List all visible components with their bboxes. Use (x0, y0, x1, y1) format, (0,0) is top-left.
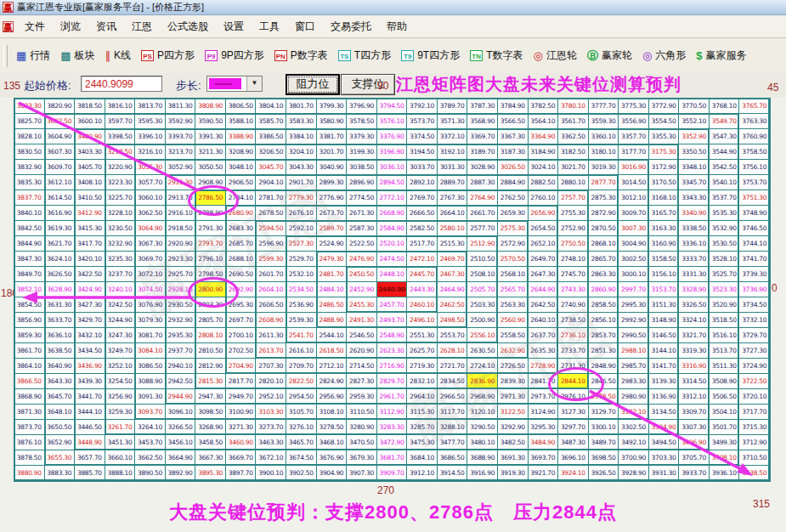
menu-item-浏览[interactable]: 浏览 (53, 17, 88, 37)
grid-cell: 3012.10 (619, 190, 648, 205)
grid-cell: 3434.50 (75, 343, 105, 358)
menu-item-交易委托[interactable]: 交易委托 (323, 17, 379, 37)
grid-cell: 2858.50 (589, 297, 619, 312)
grid-cell: 3592.90 (166, 114, 195, 128)
toolbar-button-六角形[interactable]: ◎六角形 (637, 46, 691, 65)
grid-cell: 3784.90 (498, 99, 528, 113)
grid-cell: 3276.10 (286, 420, 316, 434)
grid-cell: 3830.50 (14, 144, 44, 159)
grid-cell: 2568.10 (498, 267, 528, 281)
menu-item-公式选股[interactable]: 公式选股 (160, 17, 216, 37)
grid-cell: 3516.10 (710, 328, 739, 342)
grid-cell: 3888.10 (105, 466, 135, 480)
grid-cell: 3427.30 (75, 297, 105, 312)
toolbar-button-T四方形[interactable]: TST四方形 (333, 46, 396, 65)
grid-cell: 3388.90 (226, 129, 256, 144)
grid-cell: 3535.30 (710, 206, 739, 220)
menu-item-窗口[interactable]: 窗口 (287, 17, 323, 37)
resistance-button[interactable]: 阻力位 (286, 74, 340, 95)
grid-cell: 2688.10 (226, 252, 256, 266)
grid-cell: 2702.50 (226, 343, 256, 358)
grid-cell: 2683.30 (226, 221, 256, 235)
grid-cell: 2889.70 (438, 175, 467, 190)
toolbar-button-P数字表[interactable]: PNP数字表 (269, 46, 333, 65)
grid-cell: 3074.50 (135, 282, 165, 297)
grid-cell: 2649.70 (529, 252, 558, 266)
menu-item-工具[interactable]: 工具 (252, 17, 287, 37)
toolbar-button-赢家轮[interactable]: Ⓑ赢家轮 (582, 46, 637, 65)
grid-cell: 2510.50 (467, 252, 497, 266)
sectors-icon: ▩ (60, 50, 71, 61)
grid-cell: 2440.90 (377, 282, 407, 297)
grid-cell: 3079.30 (135, 313, 165, 327)
menu-item-设置[interactable]: 设置 (216, 17, 252, 37)
grid-cell: 3564.10 (529, 114, 558, 128)
toolbar-button-赢家服务[interactable]: $赢家服务 (691, 46, 751, 65)
menu-item-帮助[interactable]: 帮助 (379, 17, 415, 37)
grid-cell: 3232.90 (105, 236, 135, 251)
grid-cell: 3938.50 (739, 466, 769, 480)
grid-cell: 3760.90 (739, 129, 769, 144)
grid-cell: 2875.30 (589, 190, 619, 205)
angle-label-45: 45 (767, 82, 778, 93)
grid-cell: 2515.30 (438, 236, 467, 251)
grid-cell: 2896.90 (347, 175, 376, 190)
grid-cell: 3403.30 (75, 144, 105, 159)
toolbar-button-行情[interactable]: ▦行情 (11, 46, 55, 65)
menu-item-江恩[interactable]: 江恩 (124, 17, 160, 37)
grid-cell: 3312.10 (679, 389, 709, 404)
grid-cell: 3626.50 (45, 267, 75, 281)
grid-cell: 2604.10 (256, 282, 286, 297)
grid-cell: 2546.50 (347, 328, 376, 342)
grid-cell: 2548.90 (377, 328, 407, 342)
grid-cell: 3280.90 (347, 420, 376, 434)
grid-cell: 3477.70 (438, 435, 467, 450)
chevron-down-icon[interactable]: ▼ (246, 76, 262, 91)
grid-cell: 3698.50 (589, 450, 619, 465)
grid-cell: 3640.90 (45, 359, 75, 373)
grid-cell: 3700.90 (619, 450, 648, 465)
menu-item-文件[interactable]: 文件 (17, 17, 53, 37)
grid-cell: 3832.90 (14, 160, 44, 174)
grid-cell: 3357.70 (619, 129, 648, 144)
p9-badge-icon: P9 (205, 50, 218, 61)
step-combobox[interactable]: ▼ (206, 76, 263, 92)
grid-cell: 3268.90 (195, 420, 225, 434)
toolbar-label: 9P四方形 (221, 48, 264, 63)
grid-cell: 3873.70 (14, 420, 44, 434)
grid-cell: 3542.50 (710, 160, 739, 174)
grid-cell: 3777.70 (589, 99, 619, 113)
toolbar-button-板块[interactable]: ▩板块 (55, 46, 99, 65)
grid-cell: 3237.70 (105, 267, 135, 281)
toolbar-button-江恩轮[interactable]: ◎江恩轮 (529, 46, 582, 65)
grid-cell: 3492.10 (619, 435, 648, 450)
toolbar-button-K线[interactable]: ∥K线 (100, 46, 137, 65)
grid-cell: 2947.30 (195, 389, 225, 404)
grid-cell: 3758.50 (739, 144, 769, 159)
grid-cell: 3144.10 (649, 343, 679, 358)
menu-item-资讯[interactable]: 资讯 (88, 17, 124, 37)
grid-cell: 2709.70 (286, 359, 316, 373)
grid-cell: 3064.90 (135, 221, 165, 235)
grid-cell: 2827.30 (347, 374, 376, 388)
toolbar-button-9T四方形[interactable]: T99T四方形 (396, 46, 465, 65)
grid-cell: 3669.70 (226, 450, 256, 465)
grid-cell: 3556.90 (619, 114, 648, 128)
grid-cell: 2971.30 (498, 389, 528, 404)
grid-cell: 2527.30 (286, 236, 316, 251)
toolbar-button-9P四方形[interactable]: P99P四方形 (200, 46, 269, 65)
grid-cell: 3182.50 (558, 144, 588, 159)
grid-cell: 3676.90 (317, 450, 347, 465)
grid-cell: 2884.90 (498, 175, 528, 190)
grid-cell: 2551.30 (407, 328, 437, 342)
grid-cell: 3549.70 (710, 114, 739, 128)
grid-cell: 2745.70 (558, 267, 588, 281)
toolbar-button-P四方形[interactable]: PSP四方形 (136, 46, 200, 65)
grid-cell: 3285.70 (407, 420, 437, 434)
grid-cell: 3201.70 (317, 144, 347, 159)
grid-cell: 3175.30 (649, 144, 679, 159)
toolbar-button-T数字表[interactable]: TNT数字表 (465, 46, 528, 65)
start-price-input[interactable] (81, 76, 162, 92)
grid-cell: 3384.10 (286, 129, 316, 144)
controls-row: 135 起始价格: 步长: ▼ 阻力位 支撑位 90 江恩矩阵图大盘未来关键位测… (0, 73, 786, 98)
